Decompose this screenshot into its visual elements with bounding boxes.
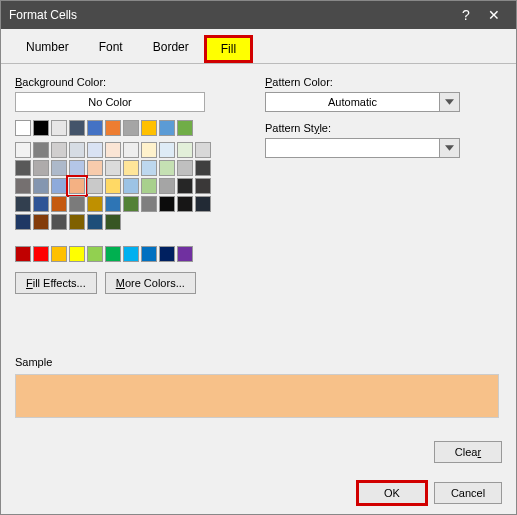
ok-button[interactable]: OK xyxy=(358,482,426,504)
color-swatch[interactable] xyxy=(159,178,175,194)
color-swatch[interactable] xyxy=(51,214,67,230)
tab-font[interactable]: Font xyxy=(84,35,138,63)
color-swatch[interactable] xyxy=(87,246,103,262)
chevron-down-icon[interactable] xyxy=(440,138,460,158)
color-swatch[interactable] xyxy=(15,120,31,136)
pattern-color-label: Pattern Color: xyxy=(265,76,502,88)
color-swatch[interactable] xyxy=(141,246,157,262)
color-swatch[interactable] xyxy=(33,142,49,158)
color-swatch[interactable] xyxy=(69,246,85,262)
color-swatch[interactable] xyxy=(123,142,139,158)
pattern-color-dropdown[interactable]: Automatic xyxy=(265,92,460,112)
color-swatch[interactable] xyxy=(195,160,211,176)
color-swatch[interactable] xyxy=(195,178,211,194)
color-swatch[interactable] xyxy=(141,178,157,194)
color-swatch[interactable] xyxy=(33,178,49,194)
color-swatch[interactable] xyxy=(159,142,175,158)
sample-area: Sample xyxy=(15,356,503,418)
clear-button[interactable]: Clear xyxy=(434,441,502,463)
color-swatch[interactable] xyxy=(33,214,49,230)
color-swatch[interactable] xyxy=(33,246,49,262)
color-swatch[interactable] xyxy=(69,196,85,212)
color-swatch[interactable] xyxy=(105,196,121,212)
color-swatch[interactable] xyxy=(123,246,139,262)
color-swatch[interactable] xyxy=(87,214,103,230)
footer: OK Cancel xyxy=(358,482,502,504)
color-swatch[interactable] xyxy=(123,178,139,194)
help-button[interactable]: ? xyxy=(452,1,480,29)
color-swatch[interactable] xyxy=(51,178,67,194)
more-colors-button[interactable]: More Colors... xyxy=(105,272,196,294)
chevron-down-icon[interactable] xyxy=(440,92,460,112)
color-swatch[interactable] xyxy=(177,196,193,212)
color-swatch[interactable] xyxy=(159,120,175,136)
tab-fill[interactable]: Fill xyxy=(204,35,253,63)
theme-shades xyxy=(15,142,215,230)
color-swatch[interactable] xyxy=(105,178,121,194)
color-swatch[interactable] xyxy=(51,160,67,176)
standard-colors xyxy=(15,246,215,262)
color-swatch[interactable] xyxy=(105,214,121,230)
color-swatch[interactable] xyxy=(141,120,157,136)
color-swatch[interactable] xyxy=(195,142,211,158)
color-swatch[interactable] xyxy=(33,196,49,212)
tab-number[interactable]: Number xyxy=(11,35,84,63)
bg-color-label: Background Color: xyxy=(15,76,225,88)
format-cells-dialog: Format Cells ? ✕ Number Font Border Fill… xyxy=(0,0,517,515)
color-swatch[interactable] xyxy=(105,142,121,158)
left-col: Background Color: No Color Fill Effects.… xyxy=(15,76,225,294)
color-swatch[interactable] xyxy=(87,196,103,212)
color-swatch[interactable] xyxy=(123,160,139,176)
pattern-color-value: Automatic xyxy=(265,92,440,112)
color-swatch[interactable] xyxy=(195,196,211,212)
color-swatch[interactable] xyxy=(159,196,175,212)
color-swatch[interactable] xyxy=(69,160,85,176)
no-color-button[interactable]: No Color xyxy=(15,92,205,112)
color-swatch[interactable] xyxy=(177,120,193,136)
close-button[interactable]: ✕ xyxy=(480,1,508,29)
color-swatch[interactable] xyxy=(123,120,139,136)
color-swatch[interactable] xyxy=(141,160,157,176)
color-swatch[interactable] xyxy=(87,120,103,136)
color-swatch[interactable] xyxy=(69,120,85,136)
color-swatch[interactable] xyxy=(51,196,67,212)
color-swatch[interactable] xyxy=(33,160,49,176)
pattern-style-label: Pattern Style: xyxy=(265,122,502,134)
color-swatch[interactable] xyxy=(51,246,67,262)
color-swatch[interactable] xyxy=(69,214,85,230)
color-swatch[interactable] xyxy=(87,142,103,158)
color-swatch[interactable] xyxy=(15,196,31,212)
dialog-body: Background Color: No Color Fill Effects.… xyxy=(1,64,516,306)
cancel-button[interactable]: Cancel xyxy=(434,482,502,504)
pattern-style-dropdown[interactable] xyxy=(265,138,460,158)
color-swatch[interactable] xyxy=(51,142,67,158)
titlebar: Format Cells ? ✕ xyxy=(1,1,516,29)
color-swatch[interactable] xyxy=(159,160,175,176)
color-swatch[interactable] xyxy=(15,246,31,262)
color-swatch[interactable] xyxy=(177,246,193,262)
color-swatch[interactable] xyxy=(51,120,67,136)
color-swatch[interactable] xyxy=(15,214,31,230)
color-swatch[interactable] xyxy=(123,196,139,212)
color-swatch[interactable] xyxy=(177,178,193,194)
color-swatch[interactable] xyxy=(177,142,193,158)
color-swatch[interactable] xyxy=(105,160,121,176)
color-swatch[interactable] xyxy=(33,120,49,136)
color-swatch[interactable] xyxy=(15,160,31,176)
sample-label: Sample xyxy=(15,356,503,368)
color-swatch[interactable] xyxy=(159,246,175,262)
tab-border[interactable]: Border xyxy=(138,35,204,63)
color-swatch[interactable] xyxy=(141,196,157,212)
color-swatch[interactable] xyxy=(69,142,85,158)
color-swatch[interactable] xyxy=(15,142,31,158)
color-swatch[interactable] xyxy=(105,120,121,136)
theme-colors-row xyxy=(15,120,215,136)
color-swatch[interactable] xyxy=(141,142,157,158)
color-swatch[interactable] xyxy=(105,246,121,262)
color-swatch[interactable] xyxy=(177,160,193,176)
color-swatch[interactable] xyxy=(87,160,103,176)
color-swatch[interactable] xyxy=(15,178,31,194)
color-swatch[interactable] xyxy=(69,178,85,194)
fill-effects-button[interactable]: Fill Effects... xyxy=(15,272,97,294)
color-swatch[interactable] xyxy=(87,178,103,194)
